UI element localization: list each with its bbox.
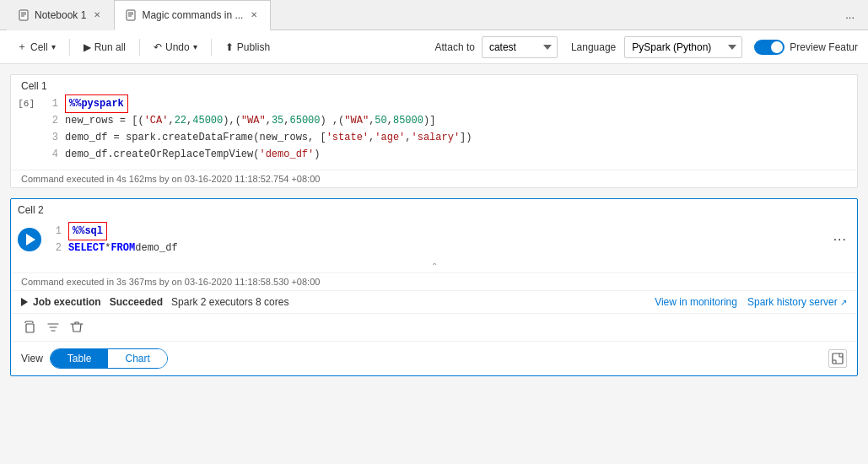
cell2-footer: Command executed in 3s 367ms by on 03-16…	[11, 272, 857, 290]
toolbar: ＋ Cell ▾ ▶ Run all ↶ Undo ▾ ⬆ Publish At…	[0, 30, 868, 64]
code-line-1: %%pyspark	[65, 95, 850, 112]
toolbar-divider-2	[139, 39, 140, 56]
job-bar: Job execution Succeeded Spark 2 executor…	[11, 290, 857, 313]
cell1-label: Cell 1	[11, 75, 857, 95]
notebook-icon2	[125, 9, 137, 21]
undo-label: Undo	[165, 41, 190, 53]
cell1-code-area: [6] 1 2 3 4 %%pyspark new_rows = [('CA',…	[11, 95, 857, 163]
view-label: View	[21, 353, 43, 364]
magic-command-sql: %%sql	[68, 222, 107, 240]
cell2-label: Cell 2	[11, 199, 857, 218]
toggle-track[interactable]	[754, 40, 784, 55]
cell2-code-lines: %%sql SELECT * FROM demo_df	[68, 223, 830, 256]
spark-history-label: Spark history server	[747, 296, 838, 308]
toggle-thumb	[771, 41, 783, 53]
collapse-bar[interactable]: ⌃	[11, 260, 857, 272]
cell2-more-button[interactable]: ···	[830, 229, 850, 251]
job-spark-info: Spark 2 executors 8 cores	[171, 296, 288, 308]
cell2-play-button[interactable]	[18, 228, 41, 251]
attach-label: Attach to	[435, 41, 475, 53]
play-icon	[26, 234, 35, 245]
code-line-2: new_rows = [('CA',22, 45000),("WA",35,65…	[65, 112, 850, 129]
toolbar-divider-3	[211, 39, 212, 56]
job-execution-label: Job execution	[33, 296, 101, 308]
undo-button[interactable]: ↶ Undo ▾	[147, 38, 204, 57]
code-line-4: demo_df.createOrReplaceTempView('demo_df…	[65, 146, 850, 163]
cell1-container: Cell 1 [6] 1 2 3 4 %%pyspark new_rows = …	[10, 74, 858, 188]
cell2-code-line-1: %%sql	[68, 223, 823, 240]
publish-button[interactable]: ⬆ Publish	[218, 38, 277, 57]
tab-magic-commands-label: Magic commands in ...	[142, 9, 243, 21]
main-content: Cell 1 [6] 1 2 3 4 %%pyspark new_rows = …	[0, 64, 868, 464]
publish-icon: ⬆	[225, 41, 234, 53]
magic-command-pyspark: %%pyspark	[65, 94, 128, 113]
spark-history-link[interactable]: Spark history server ↗	[747, 296, 847, 308]
cell1-line-numbers: 1 2 3 4	[45, 95, 65, 163]
preview-toggle[interactable]: Preview Featur	[754, 40, 858, 55]
run-all-label: Run all	[94, 41, 126, 53]
tab-notebook1-label: Notebook 1	[35, 9, 86, 21]
tab-magic-commands-close[interactable]: ✕	[248, 9, 260, 20]
copy-icon[interactable]	[21, 319, 38, 336]
run-all-button[interactable]: ▶ Run all	[77, 38, 132, 57]
job-status: Succeeded	[110, 296, 163, 308]
job-links: View in monitoring Spark history server …	[655, 296, 847, 308]
svg-rect-0	[19, 10, 28, 20]
cell2-line-numbers: 1 2	[48, 223, 68, 256]
add-cell-button[interactable]: ＋ Cell ▾	[10, 36, 62, 57]
svg-rect-8	[26, 324, 34, 332]
tab-bar: Notebook 1 ✕ Magic commands in ... ✕ ...	[0, 0, 868, 30]
view-toggle: Table Chart	[50, 348, 168, 369]
cell1-footer: Command executed in 4s 162ms by on 03-16…	[11, 170, 857, 187]
cell2-lines: 1 2 %%sql SELECT * FROM demo_df	[48, 223, 830, 256]
cell-label: Cell	[30, 41, 48, 53]
cell1-editor: [6] 1 2 3 4 %%pyspark new_rows = [('CA',…	[11, 95, 857, 170]
cell2-container: Cell 2 1 2 %%sql SELECT	[10, 198, 858, 376]
language-label: Language	[571, 41, 616, 53]
run-icon: ▶	[84, 41, 91, 53]
cell2-code-line-2: SELECT * FROM demo_df	[68, 240, 823, 256]
external-link-icon: ↗	[840, 298, 847, 307]
view-chart-button[interactable]: Chart	[108, 349, 166, 368]
cell2-header: 1 2 %%sql SELECT * FROM demo_df	[11, 218, 857, 260]
svg-rect-9	[833, 353, 843, 364]
delete-icon[interactable]	[68, 319, 85, 336]
toolbar-divider-1	[69, 39, 70, 56]
expand-icon[interactable]	[828, 349, 847, 368]
notebook-icon	[18, 9, 30, 21]
view-bar: View Table Chart	[11, 341, 857, 375]
view-table-button[interactable]: Table	[51, 349, 109, 368]
view-monitoring-link[interactable]: View in monitoring	[655, 296, 737, 308]
tab-notebook1[interactable]: Notebook 1 ✕	[7, 0, 114, 30]
undo-chevron-icon: ▾	[193, 42, 197, 51]
tab-notebook1-close[interactable]: ✕	[91, 9, 103, 20]
cell1-code-lines[interactable]: %%pyspark new_rows = [('CA',22, 45000),(…	[65, 95, 857, 163]
cell2-code-area[interactable]: 1 2 %%sql SELECT * FROM demo_df	[48, 223, 830, 256]
preview-label: Preview Featur	[790, 41, 858, 53]
publish-label: Publish	[237, 41, 270, 53]
cell1-exec-indicator: [6]	[11, 95, 45, 163]
filter-icon[interactable]	[45, 319, 62, 336]
job-play-icon	[21, 298, 28, 306]
tab-more[interactable]: ...	[838, 5, 861, 24]
attach-select[interactable]: catest	[482, 36, 558, 58]
tab-magic-commands[interactable]: Magic commands in ... ✕	[114, 0, 271, 30]
code-line-3: demo_df = spark.createDataFrame(new_rows…	[65, 129, 850, 146]
svg-rect-4	[127, 10, 135, 20]
language-select[interactable]: PySpark (Python)	[624, 36, 742, 58]
action-bar	[11, 313, 857, 341]
cell-chevron-icon: ▾	[51, 42, 56, 51]
plus-icon: ＋	[17, 40, 27, 54]
undo-icon: ↶	[154, 41, 162, 53]
